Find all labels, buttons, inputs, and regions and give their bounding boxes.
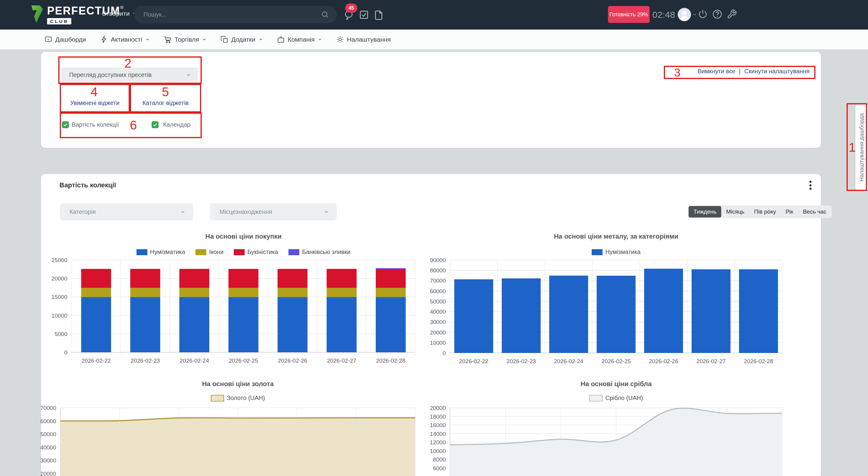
chevron-down-icon — [202, 37, 207, 42]
chart-title: На основі ціни металу, за категоріями — [450, 233, 782, 240]
location-filter-select[interactable]: Місцезнаходження — [210, 203, 337, 220]
annotation-number-3: 3 — [674, 66, 680, 79]
check-icon — [153, 123, 157, 127]
legend-item: Нумізматика — [592, 248, 641, 256]
purchase-price-chart: 25000200001500010000500002026-02-222026-… — [42, 256, 420, 365]
tab-widget-catalog[interactable]: Каталог віджетів — [142, 100, 188, 106]
gear-icon — [336, 36, 344, 43]
preset-select[interactable]: Перегляд доступних пресетів — [61, 68, 198, 82]
time-range-switch: Тиждень Місяць Пів року Рік Весь час — [688, 205, 832, 218]
readiness-button[interactable]: Готовність 29% — [608, 6, 650, 23]
widget-title: Вартість колекції — [60, 181, 116, 189]
svg-text:90000: 90000 — [430, 257, 446, 263]
chevron-down-icon — [145, 37, 150, 42]
metal-price-chart: 9000080000700006000050000400003000020000… — [418, 256, 796, 365]
legend-label: Букіністика — [247, 248, 278, 256]
brand-sub: CLUB — [47, 18, 71, 25]
range-month[interactable]: Місяць — [721, 206, 749, 217]
svg-text:0: 0 — [64, 349, 67, 355]
category-filter-select[interactable]: Категорія — [60, 203, 193, 220]
reset-settings-link[interactable]: Скинути налаштування — [744, 68, 809, 75]
top-header: PERFECTUM® CLUB Створити Пошук... 45 Гот… — [0, 0, 868, 30]
widget-toggle-checkbox-collection[interactable] — [62, 121, 69, 128]
tasks-icon[interactable] — [359, 10, 369, 20]
help-icon[interactable] — [712, 9, 722, 19]
nav-item-settings[interactable]: Налаштування — [336, 36, 391, 43]
range-alltime[interactable]: Весь час — [798, 206, 831, 217]
copy-icon — [220, 36, 228, 43]
avatar-chevron-icon[interactable] — [692, 12, 697, 17]
tab-enabled-widgets[interactable]: Увімкнені віджети — [70, 100, 119, 106]
svg-text:60000: 60000 — [40, 418, 56, 424]
svg-text:25000: 25000 — [51, 257, 67, 263]
svg-text:2026-02-26: 2026-02-26 — [649, 358, 678, 364]
avatar[interactable] — [678, 8, 691, 21]
legend-swatch-icon — [211, 395, 224, 402]
svg-text:2026-02-22: 2026-02-22 — [82, 358, 111, 364]
svg-text:16000: 16000 — [430, 422, 446, 428]
main-nav: Дашборди Активності Торгівля Додатки Ком… — [0, 30, 868, 49]
wrench-icon[interactable] — [727, 9, 737, 19]
nav-item-trade[interactable]: Торгівля — [164, 36, 207, 43]
widget-menu-kebab-icon[interactable] — [806, 180, 815, 190]
nav-item-addons[interactable]: Додатки — [220, 36, 263, 43]
legend-label: Золото (UAH) — [227, 395, 265, 402]
svg-text:50000: 50000 — [40, 431, 56, 437]
chart-title: На основі ціни срібла — [450, 380, 782, 388]
silver-price-chart: 20000180001600014000120001000080006000 — [418, 404, 796, 476]
chart-legend: НумізматикаІкониБукіністикаБанківські зл… — [71, 248, 415, 256]
range-year[interactable]: Рік — [781, 206, 798, 217]
nav-item-activities[interactable]: Активності — [100, 36, 150, 43]
svg-text:5000: 5000 — [55, 331, 67, 337]
legend-item: Ікони — [195, 248, 223, 256]
svg-text:2026-02-25: 2026-02-25 — [601, 358, 630, 364]
svg-text:2026-02-24: 2026-02-24 — [554, 358, 584, 364]
svg-text:30000: 30000 — [40, 457, 56, 464]
legend-item: Букіністика — [234, 248, 278, 256]
range-week[interactable]: Тиждень — [689, 206, 721, 217]
nav-label: Активності — [111, 36, 142, 43]
nav-label: Дашборди — [55, 36, 86, 43]
chart-legend: Золото (UAH) — [60, 395, 415, 402]
gold-price-chart: 700006000050000400003000020000 — [39, 404, 418, 476]
svg-text:8000: 8000 — [433, 456, 446, 463]
svg-text:70000: 70000 — [430, 277, 446, 284]
cart-icon — [164, 36, 172, 43]
svg-text:20000: 20000 — [430, 405, 446, 411]
svg-text:10000: 10000 — [430, 448, 446, 454]
category-filter-value: Категорія — [69, 208, 96, 215]
lightning-icon — [100, 36, 108, 43]
chart-title: На основі ціни покупки — [71, 233, 415, 240]
legend-item: Нумізматика — [136, 248, 185, 256]
widget-toggle-checkbox-calendar[interactable] — [152, 121, 159, 128]
legend-swatch-icon — [195, 249, 206, 255]
create-button[interactable]: Створити — [102, 10, 137, 17]
svg-text:40000: 40000 — [430, 309, 446, 315]
svg-text:2026-02-28: 2026-02-28 — [744, 358, 773, 364]
chevron-down-icon — [324, 209, 329, 214]
widget-toggle-label-collection: Вартість колекції — [71, 121, 119, 128]
svg-text:14000: 14000 — [430, 431, 446, 437]
legend-swatch-icon — [592, 249, 602, 255]
bulk-actions: Вимкнути все | Скинути налаштування — [692, 68, 815, 75]
preset-select-value: Перегляд доступних пресетів — [69, 71, 152, 78]
nav-item-company[interactable]: Компанія — [277, 36, 322, 43]
svg-text:2026-02-28: 2026-02-28 — [376, 358, 405, 364]
search-input[interactable]: Пошук... — [134, 6, 337, 23]
annotation-number-5: 5 — [162, 86, 169, 98]
disable-all-link[interactable]: Вимкнути все — [698, 68, 736, 75]
logout-power-icon[interactable] — [698, 9, 708, 19]
search-placeholder: Пошук... — [144, 11, 321, 18]
logo-mark-icon — [30, 5, 44, 24]
svg-text:2026-02-22: 2026-02-22 — [459, 358, 488, 364]
nav-label: Торгівля — [175, 36, 199, 43]
document-icon[interactable] — [373, 10, 383, 20]
legend-item: Золото (UAH) — [211, 395, 265, 402]
clock: 02:48 — [652, 10, 675, 20]
legend-item: Срібло (UAH) — [589, 395, 643, 402]
nav-label: Компанія — [288, 36, 315, 43]
nav-item-dashboards[interactable]: Дашборди — [44, 36, 86, 43]
brand-registered-mark: ® — [120, 5, 124, 10]
chevron-down-icon — [180, 209, 185, 214]
range-halfyear[interactable]: Пів року — [749, 206, 781, 217]
